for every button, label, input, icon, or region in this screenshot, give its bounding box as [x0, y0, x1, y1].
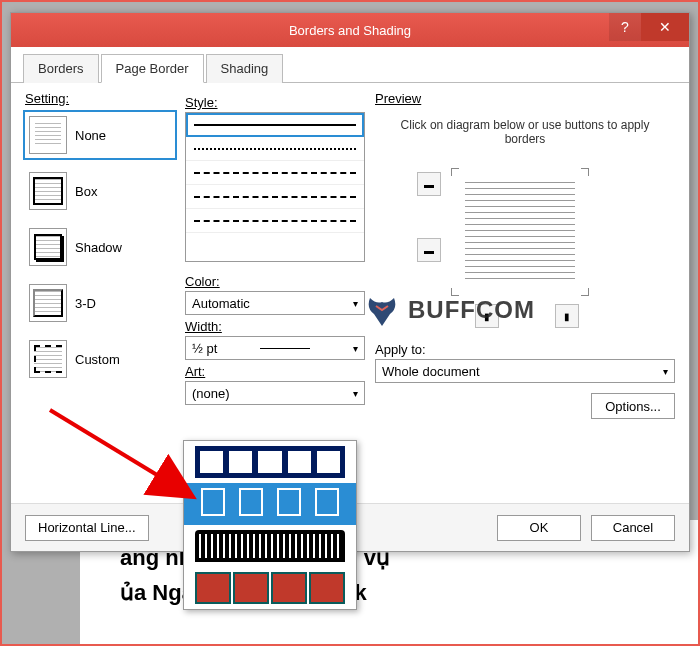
- art-option-squares[interactable]: [184, 567, 356, 609]
- art-option-fan[interactable]: [184, 525, 356, 567]
- art-option-filmstrip[interactable]: [184, 441, 356, 483]
- art-option-chairs[interactable]: [184, 483, 356, 525]
- art-dropdown-list[interactable]: [183, 440, 357, 610]
